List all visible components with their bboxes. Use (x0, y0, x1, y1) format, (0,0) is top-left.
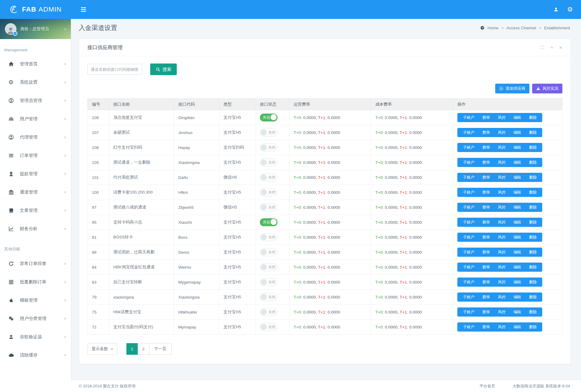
action-risk-button[interactable]: 风控 (494, 280, 510, 285)
action-delete-button[interactable]: 删除 (525, 235, 541, 240)
action-edit-button[interactable]: 编辑 (510, 145, 525, 150)
sidebar-item-clear-cache[interactable]: 清除缓存› (0, 346, 71, 364)
action-edit-button[interactable]: 编辑 (510, 130, 525, 135)
action-risk-button[interactable]: 风控 (494, 295, 510, 300)
action-edit-button[interactable]: 编辑 (510, 325, 525, 330)
breadcrumb-item-access-channel[interactable]: Access Channel (507, 26, 536, 30)
status-toggle[interactable]: 关闭 (260, 248, 278, 256)
sidebar-item-batch-delete[interactable]: 批量删除订单› (0, 273, 71, 291)
user-panel[interactable]: ✓ 身份：总管理员 › (0, 19, 71, 39)
action-rate-button[interactable]: 费率 (478, 310, 494, 315)
status-toggle[interactable]: 关闭 (260, 203, 278, 211)
close-icon[interactable]: × (559, 45, 562, 50)
page-button-1[interactable]: 1 (126, 343, 138, 355)
risk-live-button[interactable]: 风控实况 (532, 84, 562, 93)
status-toggle[interactable]: 开启 (260, 218, 278, 226)
status-toggle[interactable]: 关闭 (260, 323, 278, 331)
sidebar-item-admins[interactable]: 管理员管理› (0, 91, 71, 110)
action-rate-button[interactable]: 费率 (478, 175, 494, 180)
action-delete-button[interactable]: 删除 (525, 160, 541, 165)
action-edit-button[interactable]: 编辑 (510, 295, 525, 300)
search-input[interactable] (87, 64, 142, 75)
action-rate-button[interactable]: 费率 (478, 115, 494, 120)
action-risk-button[interactable]: 风控 (494, 310, 510, 315)
sidebar-item-user-category[interactable]: 用户分类管理› (0, 309, 71, 328)
status-toggle[interactable]: 关闭 (260, 308, 278, 316)
action-delete-button[interactable]: 删除 (525, 265, 541, 270)
sidebar-item-users[interactable]: 用户管理› (0, 110, 71, 128)
action-sub-account-button[interactable]: 子账户 (459, 130, 478, 135)
action-risk-button[interactable]: 风控 (494, 115, 510, 120)
next-page-button[interactable]: 下一页 (149, 343, 172, 355)
action-rate-button[interactable]: 费率 (478, 220, 494, 225)
sidebar-item-withdraw[interactable]: 提款管理› (0, 165, 71, 183)
action-sub-account-button[interactable]: 子账户 (459, 190, 478, 195)
action-delete-button[interactable]: 删除 (525, 220, 541, 225)
action-delete-button[interactable]: 删除 (525, 325, 541, 330)
action-rate-button[interactable]: 费率 (478, 145, 494, 150)
action-sub-account-button[interactable]: 子账户 (459, 205, 478, 210)
footer-home-link[interactable]: 平台首页 (479, 383, 495, 389)
action-rate-button[interactable]: 费率 (478, 295, 494, 300)
action-delete-button[interactable]: 删除 (525, 280, 541, 285)
status-toggle[interactable]: 关闭 (260, 233, 278, 241)
action-risk-button[interactable]: 风控 (494, 250, 510, 255)
action-delete-button[interactable]: 删除 (525, 295, 541, 300)
status-toggle[interactable]: 关闭 (260, 263, 278, 271)
action-sub-account-button[interactable]: 子账户 (459, 145, 478, 150)
status-toggle[interactable]: 关闭 (260, 173, 278, 181)
action-risk-button[interactable]: 风控 (494, 175, 510, 180)
action-risk-button[interactable]: 风控 (494, 160, 510, 165)
action-sub-account-button[interactable]: 子账户 (459, 175, 478, 180)
sidebar-item-google-auth[interactable]: 谷歌验证器› (0, 328, 71, 346)
action-edit-button[interactable]: 编辑 (510, 280, 525, 285)
action-edit-button[interactable]: 编辑 (510, 310, 525, 315)
action-edit-button[interactable]: 编辑 (510, 175, 525, 180)
sidebar-item-abnormal-orders[interactable]: 异常订单排查› (0, 254, 71, 273)
action-rate-button[interactable]: 费率 (478, 280, 494, 285)
expand-icon[interactable] (540, 45, 545, 50)
action-sub-account-button[interactable]: 子账户 (459, 280, 478, 285)
action-edit-button[interactable]: 编辑 (510, 160, 525, 165)
status-toggle[interactable]: 关闭 (260, 129, 278, 136)
action-sub-account-button[interactable]: 子账户 (459, 310, 478, 315)
action-delete-button[interactable]: 删除 (525, 175, 541, 180)
action-edit-button[interactable]: 编辑 (510, 265, 525, 270)
action-delete-button[interactable]: 删除 (525, 115, 541, 120)
action-rate-button[interactable]: 费率 (478, 130, 494, 135)
action-edit-button[interactable]: 编辑 (510, 220, 525, 225)
action-risk-button[interactable]: 风控 (494, 265, 510, 270)
action-risk-button[interactable]: 风控 (494, 130, 510, 135)
status-toggle[interactable]: 关闭 (260, 158, 278, 166)
action-delete-button[interactable]: 删除 (525, 130, 541, 135)
action-edit-button[interactable]: 编辑 (510, 115, 525, 120)
action-risk-button[interactable]: 风控 (494, 145, 510, 150)
action-delete-button[interactable]: 删除 (525, 310, 541, 315)
action-rate-button[interactable]: 费率 (478, 325, 494, 330)
status-toggle[interactable]: 关闭 (260, 188, 278, 196)
status-toggle[interactable]: 关闭 (260, 278, 278, 286)
sidebar-item-system[interactable]: ⚙系统设置› (0, 73, 71, 91)
action-sub-account-button[interactable]: 子账户 (459, 115, 478, 120)
action-risk-button[interactable]: 风控 (494, 190, 510, 195)
action-rate-button[interactable]: 费率 (478, 190, 494, 195)
action-sub-account-button[interactable]: 子账户 (459, 220, 478, 225)
action-edit-button[interactable]: 编辑 (510, 250, 525, 255)
action-sub-account-button[interactable]: 子账户 (459, 250, 478, 255)
action-edit-button[interactable]: 编辑 (510, 205, 525, 210)
action-delete-button[interactable]: 删除 (525, 205, 541, 210)
action-rate-button[interactable]: 费率 (478, 235, 494, 240)
collapse-icon[interactable] (550, 45, 554, 50)
action-edit-button[interactable]: 编辑 (510, 190, 525, 195)
action-delete-button[interactable]: 删除 (525, 250, 541, 255)
sidebar-item-agents[interactable]: 代理管理› (0, 128, 71, 146)
action-rate-button[interactable]: 费率 (478, 250, 494, 255)
add-supplier-button[interactable]: 添加供应商 (495, 84, 529, 93)
sidebar-item-templates[interactable]: 模板管理› (0, 291, 71, 309)
action-delete-button[interactable]: 删除 (525, 145, 541, 150)
gear-icon[interactable]: ⚙ (564, 3, 576, 16)
action-risk-button[interactable]: 风控 (494, 205, 510, 210)
action-risk-button[interactable]: 风控 (494, 235, 510, 240)
action-sub-account-button[interactable]: 子账户 (459, 265, 478, 270)
action-rate-button[interactable]: 费率 (478, 265, 494, 270)
